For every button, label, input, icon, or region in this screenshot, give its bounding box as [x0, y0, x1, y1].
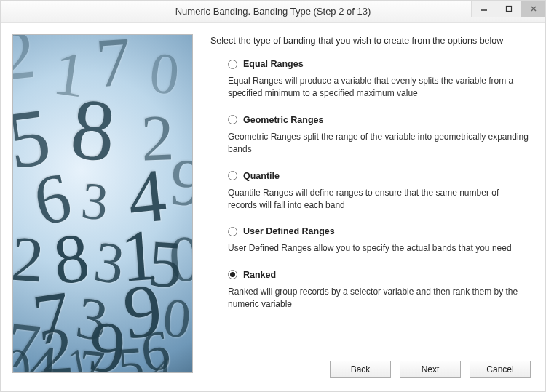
option-description: User Defined Ranges allow you to specify… [228, 242, 529, 255]
option-description: Quantile Ranges will define ranges to en… [228, 187, 529, 212]
wizard-footer: Back Next Cancel [210, 358, 534, 380]
content-area: 2 1 7 0 5 8 2 6 3 4 9 2 8 3 1 5 0 7 3 9 … [1, 23, 545, 391]
option-label: Equal Ranges [243, 59, 304, 69]
window-controls [471, 1, 545, 17]
minimize-button[interactable] [471, 1, 496, 17]
cancel-button[interactable]: Cancel [470, 361, 531, 378]
banding-options: Equal Ranges Equal Ranges will produce a… [210, 59, 534, 358]
svg-rect-1 [506, 7, 511, 12]
radio-equal-ranges[interactable] [228, 60, 237, 69]
right-panel: Select the type of banding that you wish… [210, 34, 534, 380]
option-label: User Defined Ranges [243, 226, 335, 236]
option-label: Quantile [243, 171, 280, 181]
wizard-window: Numeric Banding. Banding Type (Step 2 of… [0, 0, 546, 392]
close-icon [530, 5, 537, 12]
option-ranked[interactable]: Ranked Ranked will group records by a se… [228, 270, 529, 311]
option-description: Equal Ranges will produce a variable tha… [228, 75, 529, 100]
radio-ranked[interactable] [228, 270, 237, 279]
option-user-defined-ranges[interactable]: User Defined Ranges User Defined Ranges … [228, 226, 529, 255]
back-button[interactable]: Back [330, 361, 391, 378]
minimize-icon [480, 5, 488, 12]
window-title: Numeric Banding. Banding Type (Step 2 of… [1, 6, 545, 17]
option-label: Geometric Ranges [243, 115, 323, 125]
option-quantile[interactable]: Quantile Quantile Ranges will define ran… [228, 171, 529, 212]
titlebar: Numeric Banding. Banding Type (Step 2 of… [1, 1, 545, 23]
maximize-button[interactable] [496, 1, 521, 17]
option-geometric-ranges[interactable]: Geometric Ranges Geometric Ranges split … [228, 115, 529, 156]
instruction-text: Select the type of banding that you wish… [210, 36, 534, 46]
radio-user-defined-ranges[interactable] [228, 227, 237, 236]
option-label: Ranked [243, 270, 276, 280]
radio-quantile[interactable] [228, 171, 237, 180]
radio-geometric-ranges[interactable] [228, 115, 237, 124]
option-equal-ranges[interactable]: Equal Ranges Equal Ranges will produce a… [228, 59, 529, 100]
option-description: Ranked will group records by a selector … [228, 286, 529, 311]
option-description: Geometric Ranges split the range of the … [228, 131, 529, 156]
next-button[interactable]: Next [400, 361, 461, 378]
close-button[interactable] [521, 1, 545, 17]
maximize-icon [505, 5, 513, 12]
wizard-illustration: 2 1 7 0 5 8 2 6 3 4 9 2 8 3 1 5 0 7 3 9 … [12, 34, 193, 373]
